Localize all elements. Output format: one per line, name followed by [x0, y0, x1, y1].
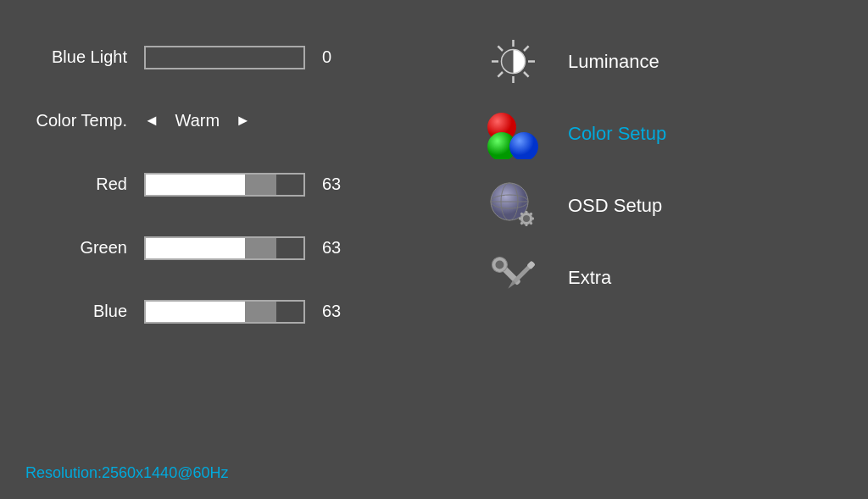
svg-rect-20: [525, 223, 527, 226]
menu-item-color-setup[interactable]: Color Setup: [466, 97, 851, 169]
luminance-label: Luminance: [568, 51, 659, 73]
sun-svg: [490, 38, 537, 85]
color-temp-value: Warm: [172, 111, 223, 130]
menu-item-osd-setup[interactable]: OSD Setup: [466, 169, 851, 241]
color-temp-arrow-right[interactable]: ►: [236, 112, 251, 130]
footer: Resolution:2560x1440@60Hz: [25, 464, 228, 482]
menu-item-luminance[interactable]: Luminance: [466, 25, 851, 97]
blue-slider-container: [144, 300, 305, 324]
svg-point-12: [509, 132, 538, 159]
blue-slider-thumb: [245, 302, 276, 322]
red-slider[interactable]: [144, 173, 305, 197]
color-setup-icon: [483, 104, 542, 164]
red-row: Red 63: [25, 161, 424, 208]
blue-light-slider[interactable]: [144, 46, 305, 69]
svg-point-18: [523, 215, 530, 222]
menu-item-extra[interactable]: Extra: [466, 241, 851, 313]
tools-svg: [487, 252, 538, 303]
svg-rect-22: [531, 218, 534, 220]
green-label: Green: [25, 238, 127, 258]
resolution-text: Resolution:2560x1440@60Hz: [25, 464, 228, 482]
blue-slider[interactable]: [144, 300, 305, 324]
blue-light-label: Blue Light: [25, 47, 127, 67]
color-setup-label: Color Setup: [568, 123, 666, 145]
osd-setup-label: OSD Setup: [568, 195, 662, 217]
blue-row: Blue 63: [25, 288, 424, 335]
green-slider[interactable]: [144, 236, 305, 260]
svg-line-5: [524, 72, 529, 77]
red-slider-thumb: [245, 175, 276, 195]
left-panel: Blue Light 0 Color Temp. ◄ Warm ► Red: [0, 0, 449, 499]
color-balls-svg: [483, 108, 542, 159]
blue-label: Blue: [25, 302, 127, 321]
osd-setup-icon: [483, 176, 542, 236]
extra-label: Extra: [568, 267, 611, 289]
svg-rect-21: [519, 218, 522, 220]
red-slider-container: [144, 173, 305, 197]
green-slider-container: [144, 236, 305, 260]
red-value: 63: [322, 175, 348, 194]
svg-line-4: [498, 46, 503, 51]
blue-value: 63: [322, 302, 348, 321]
color-temp-arrow-left[interactable]: ◄: [144, 112, 159, 130]
svg-line-7: [498, 72, 503, 77]
svg-rect-19: [525, 211, 527, 214]
red-slider-fill: [146, 175, 245, 195]
color-temp-label: Color Temp.: [25, 111, 127, 130]
green-row: Green 63: [25, 225, 424, 271]
blue-light-value: 0: [322, 47, 348, 67]
svg-line-6: [524, 46, 529, 51]
blue-light-slider-container: [144, 46, 305, 69]
color-temp-control: ◄ Warm ►: [144, 111, 251, 130]
right-panel: Luminance: [449, 0, 868, 499]
green-slider-fill: [146, 238, 245, 258]
red-label: Red: [25, 175, 127, 194]
extra-icon: [483, 248, 542, 308]
luminance-icon: [483, 32, 542, 91]
color-temp-row: Color Temp. ◄ Warm ►: [25, 97, 424, 144]
blue-slider-fill: [146, 302, 245, 322]
green-value: 63: [322, 238, 348, 258]
blue-light-row: Blue Light 0: [25, 34, 424, 80]
green-slider-thumb: [245, 238, 276, 258]
main-container: Blue Light 0 Color Temp. ◄ Warm ► Red: [0, 0, 868, 499]
globe-gear-svg: [486, 178, 541, 233]
